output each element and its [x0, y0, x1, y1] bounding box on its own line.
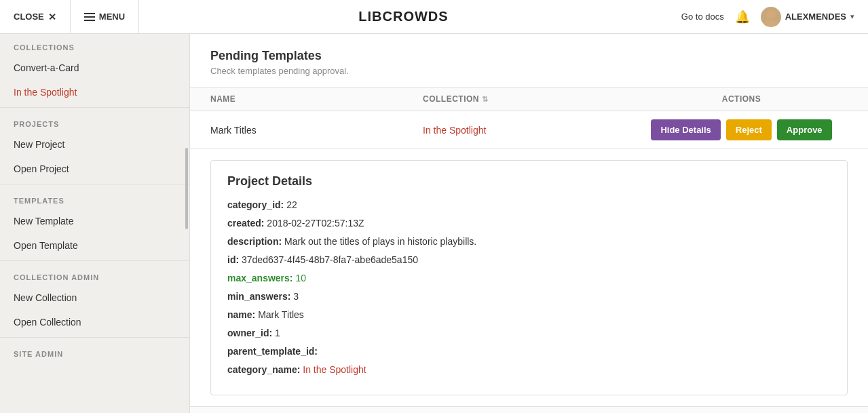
col-actions-header: ACTIONS — [635, 94, 848, 104]
table-header: NAME COLLECTION ⇅ ACTIONS — [190, 87, 868, 111]
col-collection-header: COLLECTION ⇅ — [423, 94, 635, 104]
close-icon: ✕ — [48, 12, 56, 22]
detail-category-name: category_name: In the Spotlight — [227, 363, 831, 377]
row-name: Mark Titles — [210, 125, 423, 136]
approve-button[interactable]: Approve — [777, 119, 832, 140]
project-details-title: Project Details — [227, 174, 831, 189]
user-menu[interactable]: ALEXMENDES ▾ — [761, 7, 854, 27]
topnav-right: Go to docs 🔔 ALEXMENDES ▾ — [668, 7, 868, 27]
sort-icon[interactable]: ⇅ — [482, 95, 489, 104]
sidebar-item-open-template[interactable]: Open Template — [0, 233, 189, 258]
detail-created: created: 2018-02-27T02:57:13Z — [227, 216, 831, 231]
svg-point-0 — [767, 10, 775, 18]
go-to-docs-link[interactable]: Go to docs — [681, 12, 724, 22]
sidebar-templates-header: TEMPLATES — [0, 187, 189, 209]
pending-subtitle: Check templates pending approval. — [210, 66, 848, 76]
pending-section: Pending Templates Check templates pendin… — [190, 34, 868, 87]
main-layout: COLLECTIONS Convert-a-Card In the Spotli… — [0, 34, 868, 413]
detail-parent-template-id: parent_template_id: — [227, 345, 831, 359]
main-content: Pending Templates Check templates pendin… — [190, 34, 868, 413]
sidebar: COLLECTIONS Convert-a-Card In the Spotli… — [0, 34, 190, 413]
sidebar-item-new-project[interactable]: New Project — [0, 132, 189, 157]
sidebar-item-new-template[interactable]: New Template — [0, 209, 189, 233]
sidebar-item-in-the-spotlight[interactable]: In the Spotlight — [0, 80, 189, 104]
sidebar-collection-admin-header: COLLECTION ADMIN — [0, 264, 189, 286]
row-collection: In the Spotlight — [423, 125, 635, 136]
detail-id: id: 37ded637-4f45-48b7-8fa7-abe6ade5a150 — [227, 253, 831, 267]
notification-bell-icon[interactable]: 🔔 — [735, 9, 750, 24]
table-row: Mark Titles In the Spotlight Hide Detail… — [190, 111, 868, 149]
detail-max-answers: max_answers: 10 — [227, 271, 831, 286]
username-label: ALEXMENDES — [785, 12, 846, 22]
main-footer: 🐦 ✉ © The British Library, 2018 — [190, 406, 868, 413]
close-button[interactable]: CLOSE ✕ — [0, 0, 71, 33]
hide-details-button[interactable]: Hide Details — [651, 119, 720, 140]
detail-owner-id: owner_id: 1 — [227, 326, 831, 340]
top-navbar: CLOSE ✕ MENU LIBCROWDS Go to docs 🔔 ALEX… — [0, 0, 868, 34]
sidebar-scrollbar[interactable] — [185, 148, 188, 229]
avatar — [761, 7, 781, 27]
project-details-panel: Project Details category_id: 22 created:… — [210, 160, 848, 395]
sidebar-collections-header: COLLECTIONS — [0, 34, 189, 56]
row-actions: Hide Details Reject Approve — [635, 119, 848, 140]
sidebar-projects-header: PROJECTS — [0, 111, 189, 132]
chevron-down-icon: ▾ — [850, 12, 854, 21]
detail-category-id: category_id: 22 — [227, 198, 831, 212]
pending-title: Pending Templates — [210, 49, 848, 63]
svg-point-1 — [764, 20, 778, 26]
sidebar-site-admin-header: SITE ADMIN — [0, 340, 189, 362]
reject-button[interactable]: Reject — [726, 119, 772, 140]
menu-button[interactable]: MENU — [71, 0, 139, 33]
sidebar-item-open-project[interactable]: Open Project — [0, 157, 189, 181]
menu-label: MENU — [99, 12, 125, 22]
brand-logo: LIBCROWDS — [139, 9, 668, 24]
sidebar-item-open-collection[interactable]: Open Collection — [0, 310, 189, 334]
detail-name: name: Mark Titles — [227, 308, 831, 322]
detail-min-answers: min_answers: 3 — [227, 290, 831, 304]
hamburger-icon — [84, 13, 95, 21]
sidebar-item-convert-a-card[interactable]: Convert-a-Card — [0, 56, 189, 80]
detail-description: description: Mark out the titles of play… — [227, 235, 831, 249]
sidebar-item-new-collection[interactable]: New Collection — [0, 286, 189, 310]
col-name-header: NAME — [210, 94, 423, 104]
close-label: CLOSE — [14, 12, 44, 22]
